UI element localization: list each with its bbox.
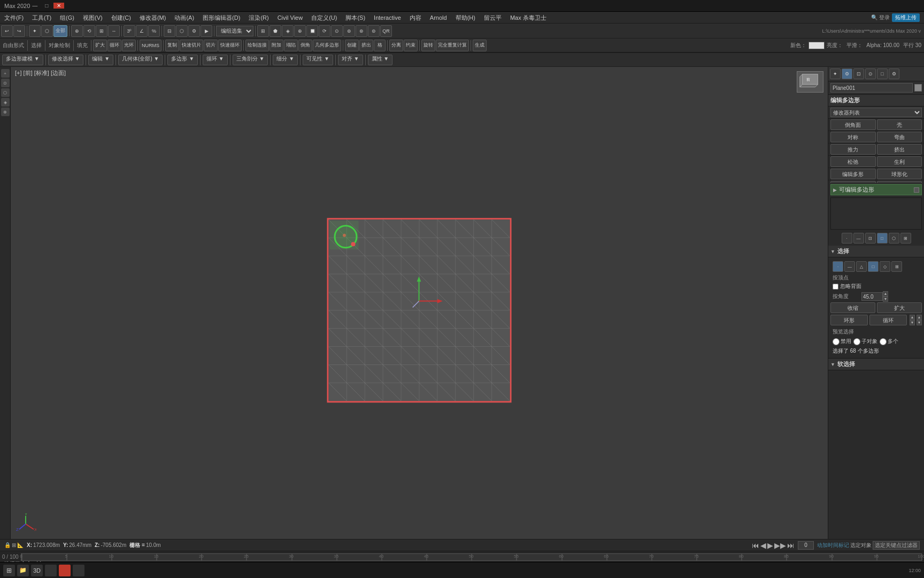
- tb-more6[interactable]: ⟳: [319, 25, 330, 37]
- loop-up[interactable]: ▲: [917, 315, 922, 320]
- taskbar-app2[interactable]: [59, 565, 71, 576]
- tb-quickslice[interactable]: 快速切片: [180, 40, 203, 51]
- tb-more7[interactable]: ⊙: [331, 25, 343, 37]
- subsel-trisel[interactable]: 三角剖分 ▼: [233, 55, 268, 65]
- named-selections-dropdown[interactable]: 编组选集: [216, 26, 253, 36]
- menu-tools[interactable]: 工具(T): [28, 12, 56, 24]
- rollout-spherify[interactable]: 球形化: [877, 169, 922, 179]
- tb-percent[interactable]: %: [148, 25, 160, 37]
- tb-cycle[interactable]: 循环: [107, 40, 121, 51]
- utilities-btn[interactable]: ⚙: [889, 69, 899, 79]
- ring-btn[interactable]: 环形: [830, 315, 868, 325]
- left-icon-1[interactable]: +: [1, 69, 10, 78]
- menu-graph-editor[interactable]: 图形编辑器(D): [198, 12, 244, 24]
- subsel-multi[interactable]: 多边形 ▼: [167, 55, 198, 65]
- tb-select-region[interactable]: ⬡: [41, 25, 53, 37]
- play-last-btn[interactable]: ⏭: [787, 541, 795, 550]
- menu-group[interactable]: 组(G): [56, 12, 79, 24]
- tb-slice[interactable]: 切片: [204, 40, 218, 51]
- tb-draw-connect[interactable]: 绘制连接: [245, 40, 269, 51]
- shrink-btn[interactable]: 收缩: [830, 302, 875, 313]
- tb-more3[interactable]: ◈: [282, 25, 294, 37]
- create-mode-btn[interactable]: ✦: [830, 69, 841, 79]
- menu-file[interactable]: 文件(F): [0, 12, 28, 24]
- menu-render[interactable]: 渲染(R): [244, 12, 273, 24]
- tb-halo[interactable]: 光环: [122, 40, 136, 51]
- left-icon-5[interactable]: ⊕: [1, 108, 10, 116]
- tb-scale[interactable]: ⊞: [96, 25, 107, 37]
- motion-btn[interactable]: ⊙: [865, 69, 876, 79]
- left-icon-3[interactable]: ⬡: [1, 88, 10, 97]
- tb-create-ep[interactable]: 创建: [345, 40, 359, 51]
- ignore-backface-checkbox[interactable]: 忽略背面: [830, 282, 922, 291]
- rollout-shengni[interactable]: 生利: [877, 156, 922, 167]
- tb-quickloop[interactable]: 快速循环: [218, 40, 242, 51]
- preview-disable[interactable]: 禁用: [833, 338, 851, 345]
- sel-more-icon[interactable]: ⊞: [891, 261, 902, 272]
- object-color-swatch[interactable]: [914, 84, 922, 92]
- set-key-btn[interactable]: 选定对象: [850, 542, 872, 549]
- menu-create[interactable]: 创建(C): [107, 12, 135, 24]
- tb-recalc[interactable]: 完全重复计算: [436, 40, 469, 51]
- taskbar-3dsmax[interactable]: 3D: [31, 565, 43, 576]
- taskbar-start[interactable]: ⊞: [3, 565, 15, 576]
- rollout-push[interactable]: 推力: [830, 144, 876, 155]
- loop-down[interactable]: ▼: [917, 320, 922, 325]
- taskbar-app3[interactable]: [73, 565, 84, 576]
- border-level-btn[interactable]: ⊡: [865, 233, 876, 244]
- tb-more1[interactable]: ⊞: [257, 25, 269, 37]
- minimize-btn[interactable]: —: [30, 3, 40, 9]
- rollout-shell[interactable]: 壳: [877, 119, 922, 130]
- tb-constraint[interactable]: 约束: [404, 40, 418, 51]
- maximize-btn[interactable]: □: [43, 3, 50, 9]
- rollout-chamfer-face[interactable]: 倒角面: [830, 119, 876, 130]
- viewport[interactable]: [+] [前] [标准] [边面] 前: [11, 67, 828, 539]
- grow-btn[interactable]: 扩大: [877, 302, 922, 313]
- tb-chamfer[interactable]: 倒角: [298, 40, 312, 51]
- subsel-visible[interactable]: 可见性 ▼: [303, 55, 333, 65]
- rollout-extrude-mod[interactable]: 挤出: [877, 144, 922, 155]
- tb-nurms[interactable]: NURMS: [140, 40, 161, 51]
- tb-more2[interactable]: ⬟: [270, 25, 281, 37]
- subsel-geomall[interactable]: 几何体(全部) ▼: [118, 55, 163, 65]
- menu-help[interactable]: 帮助(H): [451, 12, 480, 24]
- tb-render-setup[interactable]: ⚙: [188, 25, 200, 37]
- modifier-list-dropdown[interactable]: 修改器列表: [830, 108, 922, 117]
- threshold-down[interactable]: ▼: [883, 296, 888, 302]
- menu-liuyun[interactable]: 留云平: [480, 12, 506, 24]
- tb-more9[interactable]: ⊛: [356, 25, 367, 37]
- tb-select[interactable]: ✦: [29, 25, 41, 37]
- subsel-sub[interactable]: 细分 ▼: [273, 55, 298, 65]
- object-name-input[interactable]: [830, 83, 913, 93]
- poly-level-btn[interactable]: □: [877, 233, 888, 244]
- tb-geom-poly[interactable]: 几何多边形: [313, 40, 341, 51]
- key-filter-btn[interactable]: 选定关键点过滤器: [873, 541, 920, 550]
- taskbar-files[interactable]: 📁: [17, 565, 29, 576]
- ring-down[interactable]: ▼: [910, 320, 915, 325]
- menu-arnold[interactable]: Arnold: [426, 12, 451, 24]
- soft-selection-title[interactable]: ▼ 软选择: [828, 359, 924, 370]
- left-icon-4[interactable]: ◈: [1, 98, 10, 107]
- play-next-btn[interactable]: ▶▶: [774, 541, 786, 550]
- tb-3d-snap[interactable]: 3⁰: [124, 25, 135, 37]
- play-btn[interactable]: ▶: [767, 541, 773, 550]
- display-btn[interactable]: □: [877, 69, 888, 79]
- viewport-cube[interactable]: 前: [797, 71, 823, 93]
- tb-more8[interactable]: ⊚: [343, 25, 355, 37]
- tb-detach[interactable]: 分离: [389, 40, 403, 51]
- play-first-btn[interactable]: ⏮: [752, 541, 759, 550]
- rollout-edit-multi[interactable]: 编辑多形: [830, 169, 876, 179]
- sel-edge-icon[interactable]: —: [844, 261, 855, 272]
- tb-more10[interactable]: ⊜: [368, 25, 380, 37]
- sel-border-icon[interactable]: △: [856, 261, 867, 272]
- tb-collapse[interactable]: 塌陷: [284, 40, 298, 51]
- lock-icon[interactable]: 🔒: [4, 542, 11, 548]
- element-level-btn[interactable]: ⬡: [889, 233, 899, 244]
- top-right-btn[interactable]: 拓维上传: [892, 13, 920, 22]
- subsel-multipolygon[interactable]: 多边形建模 ▼: [2, 55, 43, 65]
- menu-view[interactable]: 视图(V): [79, 12, 107, 24]
- tb-material[interactable]: ⬡: [176, 25, 188, 37]
- selection-section-title[interactable]: ▼ 选择: [828, 246, 924, 257]
- tb-rotate[interactable]: ⟲: [83, 25, 95, 37]
- subsel-loop[interactable]: 循环 ▼: [203, 55, 228, 65]
